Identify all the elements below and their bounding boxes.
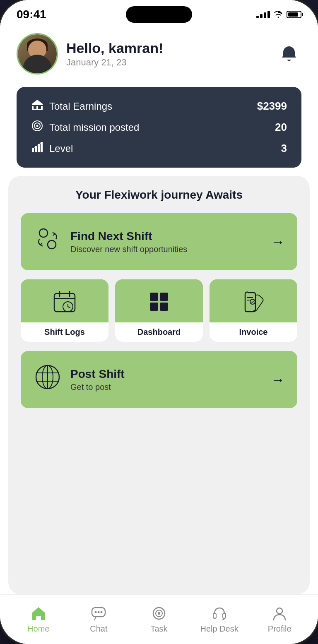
svg-rect-25 <box>160 303 168 311</box>
bell-icon <box>280 45 298 63</box>
missions-value: 20 <box>275 121 287 134</box>
header-left: Hello, kamran! January 21, 23 <box>17 33 163 74</box>
svg-point-37 <box>101 611 103 613</box>
svg-point-13 <box>39 229 48 237</box>
helpdesk-label: Help Desk <box>200 624 238 634</box>
post-shift-card[interactable]: Post Shift Get to post → <box>21 351 297 408</box>
svg-rect-0 <box>32 104 43 105</box>
nav-task[interactable]: Task <box>138 605 180 634</box>
svg-rect-22 <box>150 293 158 301</box>
date-text: January 21, 23 <box>66 57 163 68</box>
header: Hello, kamran! January 21, 23 <box>0 25 318 83</box>
find-shift-desc: Discover new shift opportunities <box>70 245 263 254</box>
chat-label: Chat <box>90 624 107 634</box>
nav-helpdesk[interactable]: Help Desk <box>199 605 240 634</box>
svg-rect-2 <box>36 106 38 109</box>
svg-point-43 <box>277 608 282 614</box>
phone-screen: 09:41 <box>0 0 318 644</box>
dashboard-label: Dashboard <box>137 327 181 336</box>
invoice-icon <box>241 289 266 314</box>
headphones-icon <box>211 605 228 622</box>
stat-row-level: Level 3 <box>31 141 287 156</box>
grid-icon <box>147 289 171 314</box>
svg-point-35 <box>95 611 97 613</box>
stats-card: Total Earnings $2399 Total miss <box>17 87 301 168</box>
phone-frame: 09:41 <box>0 0 318 644</box>
battery-icon <box>287 11 301 18</box>
post-shift-arrow: → <box>271 372 285 388</box>
svg-rect-4 <box>32 109 43 110</box>
profile-label: Profile <box>268 624 292 634</box>
svg-point-40 <box>158 612 160 615</box>
bottom-nav: Home Chat <box>0 594 318 644</box>
level-label: Level <box>49 143 73 154</box>
stat-row-earnings: Total Earnings $2399 <box>31 99 287 114</box>
nav-profile[interactable]: Profile <box>259 605 300 634</box>
svg-rect-23 <box>160 293 168 301</box>
shift-logs-label: Shift Logs <box>44 327 85 336</box>
svg-point-8 <box>36 125 39 127</box>
svg-marker-5 <box>32 100 43 104</box>
profile-icon <box>271 605 288 622</box>
earnings-label: Total Earnings <box>49 101 112 112</box>
shift-logs-card[interactable]: Shift Logs <box>21 279 108 342</box>
main-content: Hello, kamran! January 21, 23 <box>0 25 318 644</box>
header-info: Hello, kamran! January 21, 23 <box>66 40 163 68</box>
dynamic-island <box>126 6 192 23</box>
globe-icon <box>33 363 62 396</box>
earnings-value: $2399 <box>257 100 287 113</box>
nav-home[interactable]: Home <box>18 605 59 634</box>
find-shift-title: Find Next Shift <box>70 230 263 243</box>
signal-bars-icon <box>256 11 270 18</box>
bank-icon <box>31 99 43 114</box>
find-shift-info: Find Next Shift Discover new shift oppor… <box>70 230 263 254</box>
swap-users-icon <box>33 225 62 259</box>
task-icon <box>151 605 167 622</box>
invoice-label: Invoice <box>239 327 268 336</box>
post-shift-info: Post Shift Get to post <box>70 368 263 392</box>
status-icons <box>256 11 301 18</box>
nav-chat[interactable]: Chat <box>78 605 119 634</box>
target-icon <box>31 120 43 135</box>
missions-label: Total mission posted <box>49 122 139 133</box>
chat-icon <box>90 605 107 622</box>
calendar-clock-icon <box>52 289 77 314</box>
task-label: Task <box>150 624 167 634</box>
notification-button[interactable] <box>277 41 301 66</box>
status-time: 09:41 <box>17 8 46 21</box>
level-value: 3 <box>281 142 287 155</box>
stat-row-missions: Total mission posted 20 <box>31 120 287 135</box>
svg-rect-11 <box>38 144 40 152</box>
find-next-shift-card[interactable]: Find Next Shift Discover new shift oppor… <box>21 213 297 270</box>
svg-point-14 <box>48 240 56 249</box>
post-shift-desc: Get to post <box>70 382 263 392</box>
greeting: Hello, kamran! <box>66 40 163 56</box>
grid-cards: Shift Logs Das <box>21 279 297 342</box>
home-icon <box>30 605 47 622</box>
home-label: Home <box>27 624 49 634</box>
find-shift-arrow: → <box>271 234 285 250</box>
svg-point-36 <box>98 611 100 613</box>
svg-rect-3 <box>41 106 43 109</box>
journey-title: Your Flexiwork journey Awaits <box>21 188 297 202</box>
svg-rect-24 <box>150 303 158 311</box>
dashboard-card[interactable]: Dashboard <box>115 279 203 342</box>
wifi-icon <box>273 11 283 18</box>
svg-rect-1 <box>32 106 34 109</box>
journey-section: Your Flexiwork journey Awaits <box>8 176 310 594</box>
chart-icon <box>31 141 43 156</box>
avatar[interactable] <box>17 33 58 74</box>
post-shift-title: Post Shift <box>70 368 263 381</box>
invoice-card[interactable]: Invoice <box>210 279 297 342</box>
